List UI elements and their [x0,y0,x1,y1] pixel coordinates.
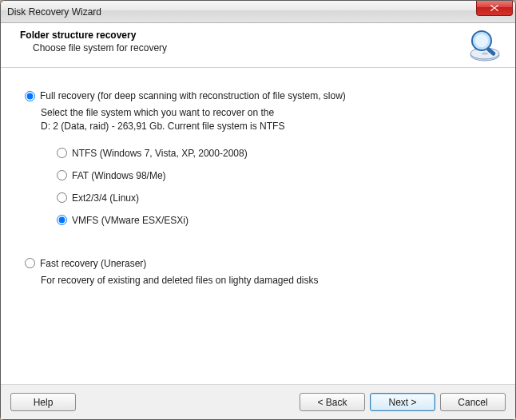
magnifier-disk-icon [467,28,502,63]
header-text: Folder structure recovery Choose file sy… [20,30,167,53]
fs-label-vmfs: VMFS (VMware ESX/ESXi) [72,215,189,226]
fs-radio-ntfs[interactable] [57,148,67,158]
fs-option-ntfs[interactable]: NTFS (Windows 7, Vista, XP, 2000-2008) [57,148,491,159]
header-panel: Folder structure recovery Choose file sy… [1,23,515,68]
footer-bar: Help < Back Next > Cancel [1,384,515,419]
fast-recovery-label: Fast recovery (Uneraser) [40,258,146,269]
fast-recovery-radio[interactable] [25,258,35,268]
wizard-window: Disk Recovery Wizard Folder structure re… [0,0,516,420]
window-title: Disk Recovery Wizard [7,6,101,18]
fs-radio-ext[interactable] [57,192,67,203]
fs-label-ext: Ext2/3/4 (Linux) [72,192,139,204]
cancel-button[interactable]: Cancel [440,393,506,411]
full-recovery-info-line2: D: 2 (Data, raid) - 263,91 Gb. Current f… [41,120,491,133]
fs-option-vmfs[interactable]: VMFS (VMware ESX/ESXi) [57,215,491,226]
svg-point-4 [475,34,488,47]
header-subtitle: Choose file system for recovery [33,42,167,53]
titlebar: Disk Recovery Wizard [1,1,515,23]
full-recovery-label: Full recovery (for deep scanning with re… [40,90,346,101]
fast-recovery-block: Fast recovery (Uneraser) For recovery of… [25,258,491,287]
fs-label-fat: FAT (Windows 98/Me) [72,170,166,181]
fs-option-fat[interactable]: FAT (Windows 98/Me) [57,170,491,181]
fast-recovery-info: For recovery of existing and deleted fil… [41,274,491,287]
full-recovery-radio[interactable] [25,91,35,101]
svg-point-2 [482,52,488,54]
next-button[interactable]: Next > [370,393,435,411]
help-button[interactable]: Help [10,393,76,411]
filesystem-options: NTFS (Windows 7, Vista, XP, 2000-2008) F… [57,148,491,226]
close-icon [490,4,499,12]
fs-option-ext[interactable]: Ext2/3/4 (Linux) [57,192,491,204]
fs-label-ntfs: NTFS (Windows 7, Vista, XP, 2000-2008) [72,148,248,159]
back-button[interactable]: < Back [300,393,365,411]
full-recovery-info-line1: Select the file system which you want to… [41,106,491,120]
full-recovery-option[interactable]: Full recovery (for deep scanning with re… [25,90,491,101]
header-title: Folder structure recovery [20,30,167,41]
fs-radio-fat[interactable] [57,170,67,180]
fs-radio-vmfs[interactable] [57,215,67,225]
close-button[interactable] [476,1,513,16]
content-area: Full recovery (for deep scanning with re… [1,68,515,384]
full-recovery-info: Select the file system which you want to… [41,106,491,133]
fast-recovery-option[interactable]: Fast recovery (Uneraser) [25,258,491,269]
